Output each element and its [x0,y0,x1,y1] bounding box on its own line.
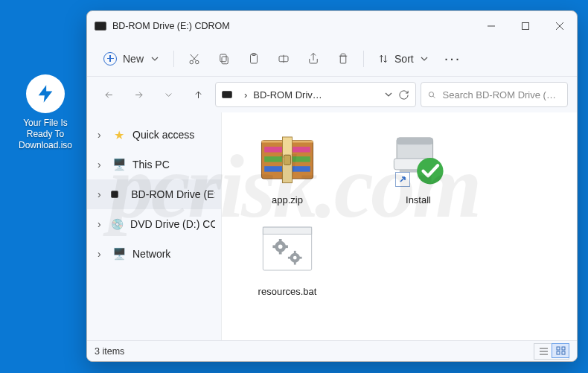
titlebar[interactable]: BD-ROM Drive (E:) CDROM [87,11,577,41]
search-icon [427,89,437,101]
file-item-app-zip[interactable]: app.zip [228,126,347,205]
sidebar-item-label: BD-ROM Drive (E:) C [131,188,215,200]
address-bar[interactable]: › BD-ROM Driv… [215,82,416,107]
search-placeholder: Search BD-ROM Drive (E:) CD… [443,89,562,101]
svg-rect-33 [263,227,311,234]
svg-point-5 [196,60,199,64]
new-button[interactable]: New [95,48,167,70]
sidebar-item-label: This PC [132,159,170,170]
chevron-down-icon [421,55,428,63]
cut-button[interactable] [180,45,208,72]
svg-rect-38 [272,245,276,248]
details-view-button[interactable] [534,344,552,359]
item-count: 3 items [95,346,124,357]
network-icon: 🖥️ [112,247,126,261]
svg-rect-45 [299,257,302,259]
sidebar-item-label: Quick access [132,129,194,141]
drive-icon [111,191,124,198]
delete-button[interactable] [329,45,357,72]
chevron-right-icon: › [98,188,104,200]
view-mode-toggles [534,343,569,360]
search-input[interactable]: Search BD-ROM Drive (E:) CD… [421,82,568,107]
sort-icon [377,53,389,65]
archive-icon [254,126,321,190]
sidebar-item-label: Network [132,248,170,260]
separator [173,51,174,67]
share-button[interactable] [299,45,327,72]
svg-rect-27 [397,138,433,144]
file-item-install[interactable]: Install [359,126,478,205]
installer-icon [385,126,452,190]
forward-button[interactable] [126,82,151,107]
svg-rect-36 [279,239,282,243]
batch-file-icon [254,217,321,281]
svg-point-41 [293,256,297,260]
svg-rect-25 [284,155,290,165]
svg-point-16 [429,92,433,96]
paste-button[interactable] [240,45,268,72]
maximize-button[interactable] [508,11,543,41]
plus-circle-icon [103,52,117,66]
sidebar-item-bdrom-drive[interactable]: › BD-ROM Drive (E:) C [87,179,221,209]
chevron-right-icon: › [98,248,106,260]
sidebar-item-network[interactable]: › 🖥️ Network [87,239,221,269]
svg-rect-51 [557,351,560,354]
svg-rect-50 [562,347,565,350]
desktop-icon-label: Your File Is Ready To Download.iso [16,118,74,151]
back-button[interactable] [96,82,121,107]
svg-rect-8 [222,57,228,64]
svg-rect-44 [288,257,291,259]
refresh-button[interactable] [398,89,409,101]
svg-rect-9 [220,54,226,62]
drive-icon [222,91,232,98]
svg-rect-1 [523,23,529,30]
file-item-resources-bat[interactable]: resources.bat [228,217,347,297]
recent-dropdown[interactable] [156,82,181,107]
more-button[interactable]: ··· [437,50,469,67]
svg-rect-39 [284,245,288,248]
svg-rect-37 [279,251,282,255]
up-button[interactable] [185,82,211,107]
explorer-window: BD-ROM Drive (E:) CDROM New [86,10,578,362]
svg-point-31 [417,158,443,184]
sort-label: Sort [394,53,414,65]
navigation-pane: › ★ Quick access › 🖥️ This PC › BD-ROM D… [87,112,221,340]
svg-line-17 [433,96,435,98]
chevron-right-icon: › [98,129,106,141]
daemon-tools-icon [26,74,65,113]
file-name: resources.bat [228,286,347,297]
shortcut-overlay-icon [395,172,410,187]
sidebar-item-label: DVD Drive (D:) CCCC [130,218,215,230]
rename-button[interactable] [269,45,298,72]
svg-rect-49 [557,347,560,350]
svg-rect-42 [294,251,296,254]
close-button[interactable] [543,11,577,41]
copy-button[interactable] [210,45,238,72]
svg-rect-43 [294,262,296,265]
separator [363,51,364,67]
address-path: BD-ROM Driv… [253,89,379,101]
svg-rect-15 [340,56,346,63]
command-bar: New Sort ··· [87,41,577,77]
chevron-right-icon: › [244,89,247,101]
icons-view-button[interactable] [552,343,569,358]
svg-point-4 [190,60,194,64]
desktop-iso-icon[interactable]: Your File Is Ready To Download.iso [16,74,74,151]
chevron-down-icon [151,55,159,63]
svg-rect-52 [562,351,565,354]
status-bar: 3 items [87,340,577,361]
svg-point-35 [278,244,283,249]
minimize-button[interactable] [474,11,508,41]
sidebar-item-quick-access[interactable]: › ★ Quick access [87,120,221,150]
file-list[interactable]: app.zip [221,112,577,340]
chevron-down-icon[interactable] [385,91,392,98]
file-name: app.zip [228,194,347,205]
window-title: BD-ROM Drive (E:) CDROM [112,21,474,31]
sidebar-item-this-pc[interactable]: › 🖥️ This PC [87,150,221,179]
address-bar-row: › BD-ROM Driv… Search BD-ROM Drive (E:) … [87,77,577,112]
file-name: Install [359,194,478,205]
sidebar-item-dvd-drive[interactable]: › 💿 DVD Drive (D:) CCCC [87,209,221,239]
chevron-right-icon: › [98,159,106,170]
sort-button[interactable]: Sort [370,48,435,69]
pc-icon: 🖥️ [112,158,126,171]
